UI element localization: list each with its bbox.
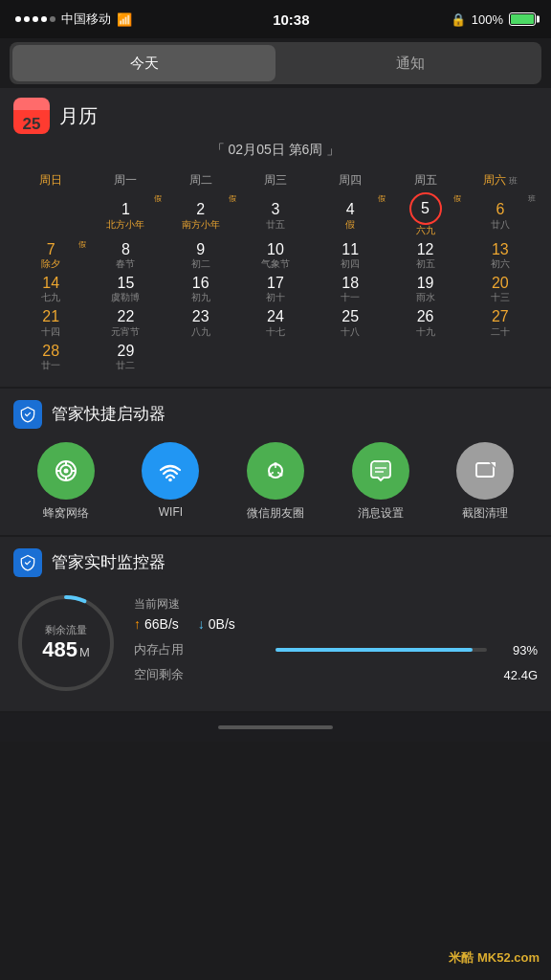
day-cell[interactable]: 27 二十 [463,305,538,339]
day-cell[interactable]: 13 初六 [463,238,538,272]
day-cell[interactable]: 20 十三 [463,272,538,305]
weekday-thu: 周四 [313,168,387,192]
day-cell[interactable]: 1 假 北方小年 [88,192,163,238]
shortcut-wechat-moments[interactable]: 微信朋友圈 [247,442,304,522]
svg-line-14 [272,472,274,473]
net-speed-label: 当前网速 [134,596,538,612]
day-cell[interactable]: 23 八九 [164,305,238,339]
calendar-header: 25 月历 [13,98,538,134]
traffic-value: 485 [42,637,77,662]
tab-bar: 今天 通知 [10,42,541,84]
monitor-widget: 管家实时监控器 剩余流量 485 M 当前网速 ↑ 66B/s [0,537,551,711]
day-cell[interactable]: 17 初十 [238,272,313,305]
status-left: 中国移动 📶 [15,11,132,28]
weekday-tue: 周二 [164,168,238,192]
weekday-fri: 周五 [387,168,462,192]
monitor-title: 管家实时监控器 [52,551,165,573]
shortcut-cellular[interactable]: 蜂窝网络 [37,442,95,522]
calendar-widget: 25 月历 02月05日 第6周 周日 周一 周二 周三 周四 周五 周六 班 … [0,88,551,387]
calendar-subtitle: 02月05日 第6周 [13,142,538,159]
tab-today[interactable]: 今天 [12,45,276,81]
day-cell[interactable]: 3 廿五 [238,192,313,238]
shortcuts-title: 管家快捷启动器 [52,403,165,425]
day-cell[interactable]: 15 虞勒博 [88,272,163,305]
day-cell[interactable]: 10 气象节 [238,238,313,272]
day-cell[interactable]: 22 元宵节 [88,305,163,339]
traffic-label: 剩余流量 [45,623,87,637]
mem-label: 内存占用 [134,641,276,658]
day-cell[interactable]: 29 廿二 [88,340,163,373]
weekday-wed: 周三 [238,168,313,192]
day-today-cell[interactable]: 假 5 六九 [387,192,462,238]
day-cell[interactable]: 9 初二 [164,238,238,272]
monitor-guanjia-icon [13,548,42,577]
shortcut-wifi[interactable]: WIFI [142,442,199,519]
download-arrow: ↓ [198,616,205,632]
day-cell[interactable]: 26 十九 [387,305,462,339]
home-bar [218,725,333,729]
net-speed-row: ↑ 66B/s ↓ 0B/s [134,616,538,632]
shortcut-msg-settings[interactable]: 消息设置 [352,442,409,522]
day-cell [463,340,538,373]
wifi-label: WIFI [159,505,183,519]
battery-percent: 100% [472,12,503,27]
screenshot-label: 截图清理 [462,505,508,522]
day-cell[interactable]: 14 七九 [13,272,88,305]
monitor-body: 剩余流量 485 M 当前网速 ↑ 66B/s ↓ 0B/s [13,590,538,696]
day-cell[interactable]: 4 假 假 [313,192,387,238]
cellular-icon-wrap [37,442,95,500]
day-cell[interactable]: 7 假 除夕 [13,238,88,272]
day-cell [313,340,387,373]
tab-notification-label: 通知 [396,55,425,73]
day-cell[interactable]: 16 初九 [164,272,238,305]
upload-value: 66B/s [144,616,179,632]
day-cell[interactable]: 8 春节 [88,238,163,272]
tab-notification[interactable]: 通知 [278,42,541,84]
day-cell [238,340,313,373]
status-time: 10:38 [273,11,309,28]
mem-value: 93% [495,643,538,657]
download-item: ↓ 0B/s [198,616,235,632]
wechat-moments-icon-wrap [247,442,304,500]
day-cell[interactable]: 25 十八 [313,305,387,339]
day-cell [387,340,462,373]
home-indicator [0,713,551,742]
day-cell[interactable]: 24 十七 [238,305,313,339]
day-cell[interactable]: 21 十四 [13,305,88,339]
lock-icon: 🔒 [451,12,466,27]
calendar-icon-num: 25 [23,116,41,132]
msg-settings-icon-wrap [352,442,409,500]
day-cell[interactable]: 6 班 廿八 [463,192,538,238]
upload-arrow: ↑ [134,616,141,632]
carrier-label: 中国移动 [61,11,111,28]
day-cell[interactable]: 28 廿一 [13,340,88,373]
cellular-label: 蜂窝网络 [43,505,89,522]
tab-today-label: 今天 [130,55,159,73]
shortcuts-header: 管家快捷启动器 [13,400,538,429]
day-cell[interactable]: 12 初五 [387,238,462,272]
traffic-circle-container: 剩余流量 485 M [13,590,119,696]
day-cell[interactable]: 2 假 南方小年 [164,192,238,238]
screenshot-icon-wrap [456,442,514,500]
guanjia-icon [13,400,42,429]
day-cell[interactable]: 19 雨水 [387,272,462,305]
shortcut-screenshot[interactable]: 截图清理 [456,442,514,522]
svg-point-11 [268,473,272,477]
watermark: 米酷 MK52.com [449,949,540,967]
space-value: 42.4G [495,668,538,682]
space-label: 空间剩余 [134,666,311,683]
shortcuts-widget: 管家快捷启动器 蜂窝网络 [0,389,551,535]
calendar-app-icon[interactable]: 25 [13,98,50,134]
wifi-icon-wrap [142,442,199,500]
today-circle: 5 [409,192,442,225]
day-cell[interactable]: 11 初四 [313,238,387,272]
svg-point-7 [169,478,173,481]
status-right: 🔒 100% [451,12,536,27]
weekday-sat: 周六 班 [463,168,538,192]
day-cell[interactable] [13,192,88,238]
wifi-icon: 📶 [117,12,132,27]
upload-item: ↑ 66B/s [134,616,179,632]
wechat-moments-label: 微信朋友圈 [247,505,304,522]
space-row: 空间剩余 42.4G [134,666,538,683]
day-cell[interactable]: 18 十一 [313,272,387,305]
